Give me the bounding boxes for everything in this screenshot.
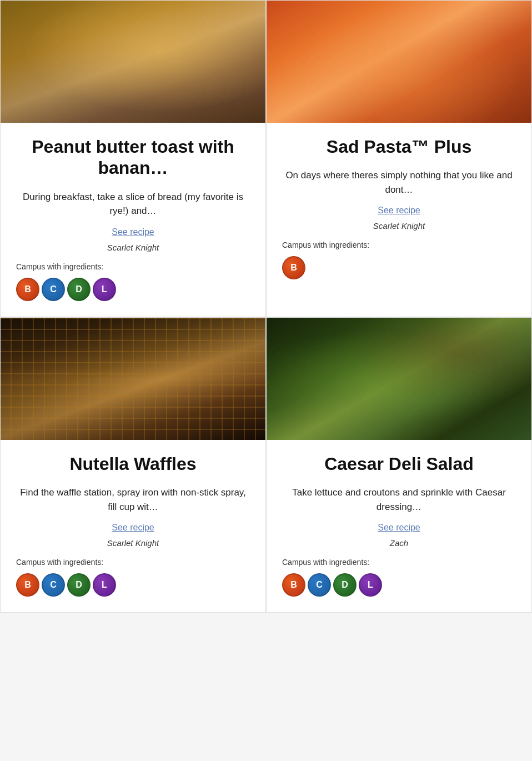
campus-badge-D-peanut-butter-toast[interactable]: D — [67, 278, 91, 301]
recipe-author-peanut-butter-toast: Scarlet Knight — [16, 243, 250, 252]
campus-label-sad-pasta: Campus with ingredients: — [282, 241, 516, 249]
recipe-card-peanut-butter-toast: Peanut butter toast with banan…During br… — [0, 0, 266, 317]
recipe-author-nutella-waffles: Scarlet Knight — [16, 538, 250, 548]
recipe-body-nutella-waffles: Nutella WafflesFind the waffle station, … — [1, 440, 265, 612]
see-recipe-link-peanut-butter-toast[interactable]: See recipe — [16, 227, 250, 237]
recipe-body-sad-pasta: Sad Pasta™ PlusOn days where theres simp… — [267, 123, 531, 317]
campus-badge-B-nutella-waffles[interactable]: B — [16, 573, 39, 597]
recipe-card-sad-pasta: Sad Pasta™ PlusOn days where theres simp… — [266, 0, 532, 317]
campus-badge-B-caesar-deli-salad[interactable]: B — [282, 573, 305, 597]
recipe-card-caesar-deli-salad: Caesar Deli SaladTake lettuce and crouto… — [266, 317, 532, 613]
recipe-description-peanut-butter-toast: During breakfast, take a slice of bread … — [16, 190, 250, 218]
recipe-image-sad-pasta — [267, 1, 531, 123]
recipe-title-nutella-waffles: Nutella Waffles — [16, 453, 250, 474]
campus-badge-C-nutella-waffles[interactable]: C — [42, 573, 65, 597]
see-recipe-link-nutella-waffles[interactable]: See recipe — [16, 523, 250, 533]
campus-label-caesar-deli-salad: Campus with ingredients: — [282, 558, 516, 567]
recipe-description-sad-pasta: On days where theres simply nothing that… — [282, 168, 516, 197]
recipe-title-sad-pasta: Sad Pasta™ Plus — [282, 136, 516, 157]
campus-badge-C-caesar-deli-salad[interactable]: C — [308, 573, 331, 597]
campus-icons-peanut-butter-toast: BCDL — [16, 278, 250, 301]
recipe-image-peanut-butter-toast — [1, 1, 265, 123]
campus-badge-B-peanut-butter-toast[interactable]: B — [16, 278, 39, 301]
campus-label-peanut-butter-toast: Campus with ingredients: — [16, 262, 250, 271]
campus-icons-nutella-waffles: BCDL — [16, 573, 250, 597]
recipe-body-caesar-deli-salad: Caesar Deli SaladTake lettuce and crouto… — [267, 440, 531, 612]
campus-badge-D-nutella-waffles[interactable]: D — [67, 573, 91, 597]
campus-badge-L-caesar-deli-salad[interactable]: L — [359, 573, 382, 597]
campus-label-nutella-waffles: Campus with ingredients: — [16, 558, 250, 567]
recipe-title-caesar-deli-salad: Caesar Deli Salad — [282, 453, 516, 474]
see-recipe-link-caesar-deli-salad[interactable]: See recipe — [282, 523, 516, 533]
see-recipe-link-sad-pasta[interactable]: See recipe — [282, 206, 516, 216]
campus-icons-sad-pasta: B — [282, 256, 516, 279]
recipe-description-nutella-waffles: Find the waffle station, spray iron with… — [16, 485, 250, 514]
campus-badge-L-nutella-waffles[interactable]: L — [93, 573, 116, 597]
recipe-image-nutella-waffles — [1, 318, 265, 440]
campus-icons-caesar-deli-salad: BCDL — [282, 573, 516, 597]
campus-badge-C-peanut-butter-toast[interactable]: C — [42, 278, 65, 301]
campus-badge-D-caesar-deli-salad[interactable]: D — [333, 573, 357, 597]
recipe-author-sad-pasta: Scarlet Knight — [282, 221, 516, 231]
recipe-author-caesar-deli-salad: Zach — [282, 538, 516, 548]
recipe-image-caesar-deli-salad — [267, 318, 531, 440]
recipe-card-nutella-waffles: Nutella WafflesFind the waffle station, … — [0, 317, 266, 613]
recipe-grid: Peanut butter toast with banan…During br… — [0, 0, 532, 613]
recipe-description-caesar-deli-salad: Take lettuce and croutons and sprinkle w… — [282, 485, 516, 514]
campus-badge-L-peanut-butter-toast[interactable]: L — [93, 278, 116, 301]
recipe-body-peanut-butter-toast: Peanut butter toast with banan…During br… — [1, 123, 265, 317]
campus-badge-B-sad-pasta[interactable]: B — [282, 256, 305, 279]
recipe-title-peanut-butter-toast: Peanut butter toast with banan… — [16, 136, 250, 179]
